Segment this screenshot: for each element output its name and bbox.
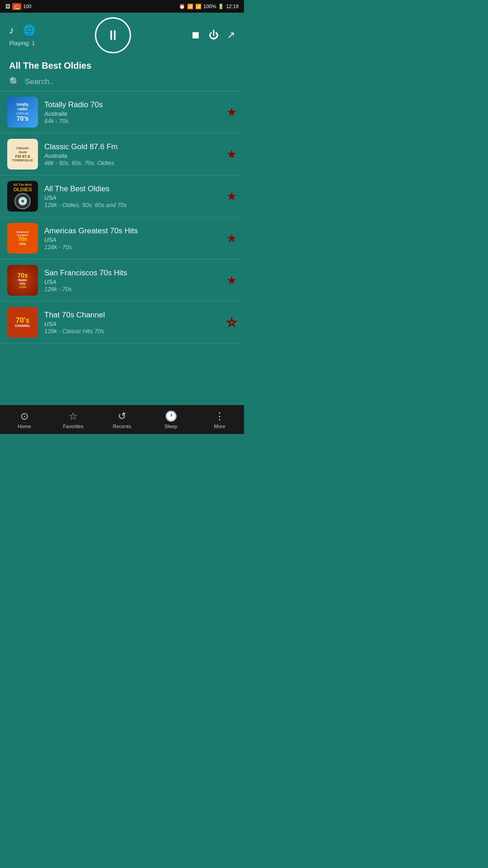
ctrl-right: ⏹ ⏻ ↗ bbox=[191, 29, 235, 41]
station-info: Totally Radio 70s Australia 64k - 70s bbox=[44, 100, 220, 124]
station-logo: ClassicGold FM 87.6 TOWNSVILLE bbox=[7, 139, 38, 170]
playing-label: Playing: 1 bbox=[9, 40, 35, 47]
radio-icon: 📻 bbox=[12, 3, 21, 10]
station-logo: 70's CHANNEL bbox=[7, 307, 38, 338]
status-right: ⏰ 📶 📶 100% 🔋 12:18 bbox=[179, 4, 239, 9]
nav-item-more[interactable]: ⋮ More bbox=[195, 410, 244, 429]
search-bar: 🔍 bbox=[0, 73, 244, 91]
station-item[interactable]: ClassicGold FM 87.6 TOWNSVILLE Classic G… bbox=[0, 133, 244, 175]
controls-row: ♪ 🌐 Playing: 1 ⏸ ⏹ ⏻ ↗ bbox=[9, 17, 235, 53]
station-item[interactable]: America'sGreatest 70s Hits Americas Grea… bbox=[0, 217, 244, 259]
station-item[interactable]: totallyradio com.au 70's Totally Radio 7… bbox=[0, 91, 244, 133]
favorites-icon: ☆ bbox=[69, 410, 78, 422]
station-info: That 70s Channel USA 128k - Classic Hits… bbox=[44, 311, 220, 335]
station-logo: totallyradio com.au 70's bbox=[7, 97, 38, 127]
station-logo: All The Best OLDIES 💿 bbox=[7, 181, 38, 212]
station-meta: 128k - 70s bbox=[44, 286, 220, 292]
station-meta: 64k - 70s bbox=[44, 118, 220, 124]
station-info: Americas Greatest 70s Hits USA 128k - 70… bbox=[44, 226, 220, 250]
signal-icon: 📶 bbox=[195, 4, 202, 9]
nav-item-home[interactable]: ⊙ Home bbox=[0, 410, 49, 429]
nav-label-recents: Recents bbox=[113, 424, 131, 429]
home-icon: ⊙ bbox=[20, 410, 28, 422]
time-display: 12:18 bbox=[226, 4, 239, 9]
station-country: Australia bbox=[44, 110, 220, 117]
station-info: Classic Gold 87.6 Fm Australia 48k - 50s… bbox=[44, 142, 220, 166]
station-name: Totally Radio 70s bbox=[44, 100, 220, 109]
ctrl-left: ♪ 🌐 Playing: 1 bbox=[9, 24, 35, 47]
favorite-star[interactable]: ☆ bbox=[226, 316, 237, 330]
station-meta: 128k - Classic Hits 70s bbox=[44, 328, 220, 335]
nav-label-more: More bbox=[214, 424, 225, 429]
share-icon[interactable]: ↗ bbox=[227, 29, 235, 41]
station-name: San Franciscos 70s Hits bbox=[44, 269, 220, 278]
globe-icon[interactable]: 🌐 bbox=[23, 24, 35, 36]
more-icon: ⋮ bbox=[215, 410, 225, 422]
power-icon[interactable]: ⏻ bbox=[209, 29, 219, 41]
station-country: USA bbox=[44, 236, 220, 243]
station-country: USA bbox=[44, 278, 220, 285]
recents-icon: ↺ bbox=[118, 410, 126, 422]
favorite-star[interactable]: ★ bbox=[226, 231, 237, 245]
favorite-star[interactable]: ★ bbox=[226, 147, 237, 161]
sleep-icon: 🕐 bbox=[165, 410, 177, 422]
station-logo: 70s RadioHits .com bbox=[7, 265, 38, 296]
station-name: That 70s Channel bbox=[44, 311, 220, 320]
wifi-icon: 📶 bbox=[187, 4, 193, 9]
alarm-icon: ⏰ bbox=[179, 4, 185, 9]
favorite-star[interactable]: ★ bbox=[226, 189, 237, 203]
pause-button[interactable]: ⏸ bbox=[95, 17, 131, 53]
stop-icon[interactable]: ⏹ bbox=[191, 29, 201, 41]
station-logo: America'sGreatest 70s Hits bbox=[7, 223, 38, 254]
station-country: USA bbox=[44, 194, 220, 201]
battery-percent: 100 bbox=[23, 4, 31, 9]
station-item[interactable]: All The Best OLDIES 💿 All The Best Oldie… bbox=[0, 175, 244, 217]
nav-item-favorites[interactable]: ☆ Favorites bbox=[49, 410, 98, 429]
station-info: San Franciscos 70s Hits USA 128k - 70s bbox=[44, 269, 220, 292]
search-input[interactable] bbox=[25, 77, 235, 86]
header: ♪ 🌐 Playing: 1 ⏸ ⏹ ⏻ ↗ bbox=[0, 13, 244, 57]
station-name: All The Best Oldies bbox=[44, 184, 220, 193]
photo-icon: 🖼 bbox=[5, 4, 10, 9]
nav-label-favorites: Favorites bbox=[63, 424, 83, 429]
station-info: All The Best Oldies USA 128k - Oldies. 5… bbox=[44, 184, 220, 208]
music-note-icon[interactable]: ♪ bbox=[9, 24, 14, 36]
battery-level: 100% bbox=[203, 4, 216, 9]
station-meta: 128k - Oldies. 50s. 60s and 70s bbox=[44, 202, 220, 208]
station-country: USA bbox=[44, 321, 220, 327]
station-item[interactable]: 70s RadioHits .com San Franciscos 70s Hi… bbox=[0, 259, 244, 302]
station-meta: 48k - 50s. 60s. 70s. Oldies. bbox=[44, 160, 220, 166]
status-bar: 🖼 📻 100 ⏰ 📶 📶 100% 🔋 12:18 bbox=[0, 0, 244, 13]
nav-item-sleep[interactable]: 🕐 Sleep bbox=[146, 410, 195, 429]
bottom-nav: ⊙ Home ☆ Favorites ↺ Recents 🕐 Sleep ⋮ M… bbox=[0, 405, 244, 434]
search-icon: 🔍 bbox=[9, 76, 20, 87]
station-name: Americas Greatest 70s Hits bbox=[44, 226, 220, 236]
station-meta: 128k - 70s bbox=[44, 244, 220, 250]
now-playing-title: All The Best Oldies bbox=[0, 57, 244, 73]
station-item[interactable]: 70's CHANNEL That 70s Channel USA 128k -… bbox=[0, 302, 244, 344]
status-left: 🖼 📻 100 bbox=[5, 3, 31, 10]
pause-icon: ⏸ bbox=[106, 28, 120, 43]
favorite-star[interactable]: ★ bbox=[226, 105, 237, 119]
nav-label-sleep: Sleep bbox=[164, 424, 177, 429]
nav-label-home: Home bbox=[18, 424, 31, 429]
station-country: Australia bbox=[44, 152, 220, 159]
station-name: Classic Gold 87.6 Fm bbox=[44, 142, 220, 151]
favorite-star[interactable]: ★ bbox=[226, 274, 237, 288]
nav-item-recents[interactable]: ↺ Recents bbox=[98, 410, 146, 429]
battery-icon: 🔋 bbox=[218, 4, 224, 9]
station-list: totallyradio com.au 70's Totally Radio 7… bbox=[0, 91, 244, 387]
